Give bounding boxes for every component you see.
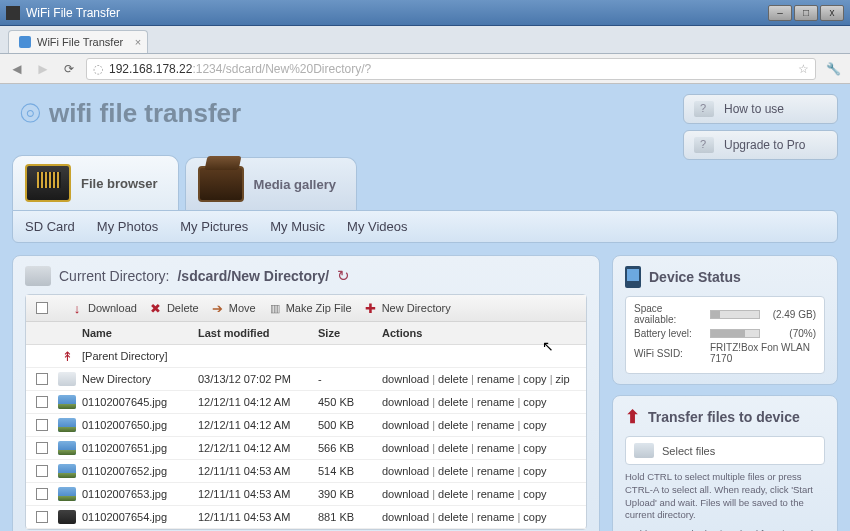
browser-tabstrip: WiFi File Transfer × — [0, 26, 850, 54]
file-name-link[interactable]: 01102007652.jpg — [82, 465, 167, 477]
nav-sdcard[interactable]: SD Card — [25, 219, 75, 234]
upgrade-label: Upgrade to Pro — [724, 138, 805, 152]
battery-label: Battery level: — [634, 328, 704, 339]
parent-dir-row[interactable]: ↟ [Parent Directory] — [26, 345, 586, 368]
row-checkbox[interactable] — [36, 396, 48, 408]
file-size: 390 KB — [318, 488, 382, 500]
nav-photos[interactable]: My Photos — [97, 219, 158, 234]
window-close-button[interactable]: x — [820, 5, 844, 21]
newdir-button[interactable]: ✚New Directory — [364, 301, 451, 315]
parent-dir-link[interactable]: [Parent Directory] — [82, 350, 168, 362]
column-headers: Name Last modified Size Actions — [26, 322, 586, 345]
bookmark-icon[interactable]: ☆ — [798, 62, 809, 76]
howto-button[interactable]: How to use — [683, 94, 838, 124]
file-list: ↓Download ✖Delete ➔Move ▥Make Zip File ✚… — [25, 294, 587, 530]
curdir-path: /sdcard/New Directory/ — [177, 268, 329, 284]
window-favicon — [6, 6, 20, 20]
file-modified: 12/12/11 04:12 AM — [198, 442, 318, 454]
move-button[interactable]: ➔Move — [211, 301, 256, 315]
device-status-title: Device Status — [649, 269, 741, 285]
space-label: Space available: — [634, 303, 704, 325]
row-checkbox[interactable] — [36, 419, 48, 431]
tab-media-gallery[interactable]: Media gallery — [185, 157, 357, 210]
browser-tab[interactable]: WiFi File Transfer × — [8, 30, 148, 53]
select-all-checkbox[interactable] — [36, 302, 48, 314]
download-button[interactable]: ↓Download — [70, 301, 137, 315]
col-size[interactable]: Size — [318, 327, 382, 339]
upload-icon: ⬆ — [625, 406, 640, 428]
row-checkbox[interactable] — [36, 511, 48, 523]
app-logo: ⦾ wifi file transfer — [12, 94, 241, 139]
forward-button[interactable]: ► — [34, 60, 52, 78]
file-size: 566 KB — [318, 442, 382, 454]
file-name-link[interactable]: 01102007650.jpg — [82, 419, 167, 431]
phone-icon — [625, 266, 641, 288]
row-checkbox[interactable] — [36, 373, 48, 385]
select-files-button[interactable]: Select files — [625, 436, 825, 465]
file-name-link[interactable]: 01102007654.jpg — [82, 511, 167, 523]
window-maximize-button[interactable]: □ — [794, 5, 818, 21]
sdcard-icon — [25, 164, 71, 202]
row-checkbox[interactable] — [36, 488, 48, 500]
file-actions[interactable]: download | delete | rename | copy | zip — [382, 373, 576, 385]
app-name: wifi file transfer — [49, 98, 241, 129]
page-body: ⦾ wifi file transfer How to use Upgrade … — [0, 84, 850, 531]
file-row: 01102007651.jpg12/12/11 04:12 AM566 KBdo… — [26, 437, 586, 460]
file-actions[interactable]: download | delete | rename | copy — [382, 419, 576, 431]
space-bar — [710, 310, 760, 319]
file-size: 881 KB — [318, 511, 382, 523]
file-actions[interactable]: download | delete | rename | copy — [382, 442, 576, 454]
file-row: 01102007645.jpg12/12/11 04:12 AM450 KBdo… — [26, 391, 586, 414]
nav-music[interactable]: My Music — [270, 219, 325, 234]
file-actions[interactable]: download | delete | rename | copy — [382, 465, 576, 477]
file-actions[interactable]: download | delete | rename | copy — [382, 511, 576, 523]
file-name-link[interactable]: 01102007653.jpg — [82, 488, 167, 500]
row-checkbox[interactable] — [36, 442, 48, 454]
nav-pictures[interactable]: My Pictures — [180, 219, 248, 234]
file-actions[interactable]: download | delete | rename | copy — [382, 488, 576, 500]
file-toolbar: ↓Download ✖Delete ➔Move ▥Make Zip File ✚… — [26, 295, 586, 322]
transfer-panel: ⬆Transfer files to device Select files H… — [612, 395, 838, 531]
nav-videos[interactable]: My Videos — [347, 219, 407, 234]
wifi-icon: ⦾ — [20, 98, 41, 129]
back-button[interactable]: ◄ — [8, 60, 26, 78]
tab-file-browser[interactable]: File browser — [12, 155, 179, 210]
address-bar[interactable]: ◌ 192.168.178.22:1234/sdcard/New%20Direc… — [86, 58, 816, 80]
current-directory: Current Directory: /sdcard/New Directory… — [25, 266, 587, 286]
row-checkbox[interactable] — [36, 465, 48, 477]
image-thumb-icon — [58, 418, 76, 432]
ssid-label: WiFi SSID: — [634, 348, 704, 359]
file-modified: 12/11/11 04:53 AM — [198, 488, 318, 500]
zip-button[interactable]: ▥Make Zip File — [268, 301, 352, 315]
file-size: 500 KB — [318, 419, 382, 431]
col-name[interactable]: Name — [82, 327, 198, 339]
file-name-link[interactable]: 01102007645.jpg — [82, 396, 167, 408]
file-name-link[interactable]: New Directory — [82, 373, 151, 385]
col-modified[interactable]: Last modified — [198, 327, 318, 339]
reload-button[interactable]: ⟳ — [60, 60, 78, 78]
refresh-icon[interactable]: ↻ — [337, 267, 350, 285]
file-modified: 03/13/12 07:02 PM — [198, 373, 318, 385]
tab-file-browser-label: File browser — [81, 176, 158, 191]
file-name-link[interactable]: 01102007651.jpg — [82, 442, 167, 454]
curdir-label: Current Directory: — [59, 268, 169, 284]
file-row: 01102007653.jpg12/11/11 04:53 AM390 KBdo… — [26, 483, 586, 506]
move-icon: ➔ — [211, 301, 225, 315]
delete-button[interactable]: ✖Delete — [149, 301, 199, 315]
battery-value: (70%) — [766, 328, 816, 339]
tab-favicon — [19, 36, 31, 48]
window-minimize-button[interactable]: – — [768, 5, 792, 21]
folder-icon — [634, 443, 654, 458]
file-modified: 12/12/11 04:12 AM — [198, 396, 318, 408]
file-actions[interactable]: download | delete | rename | copy — [382, 396, 576, 408]
zip-icon: ▥ — [268, 301, 282, 315]
upgrade-folder-icon — [694, 137, 714, 153]
browser-menu-icon[interactable]: 🔧 — [824, 62, 842, 76]
tab-close-icon[interactable]: × — [135, 36, 141, 48]
upgrade-button[interactable]: Upgrade to Pro — [683, 130, 838, 160]
transfer-help: Hold CTRL to select multiple files or pr… — [625, 471, 825, 531]
delete-icon: ✖ — [149, 301, 163, 315]
url-path: :1234/sdcard/New%20Directory/? — [192, 62, 371, 76]
howto-label: How to use — [724, 102, 784, 116]
help-line1: Hold CTRL to select multiple files or pr… — [625, 471, 825, 522]
